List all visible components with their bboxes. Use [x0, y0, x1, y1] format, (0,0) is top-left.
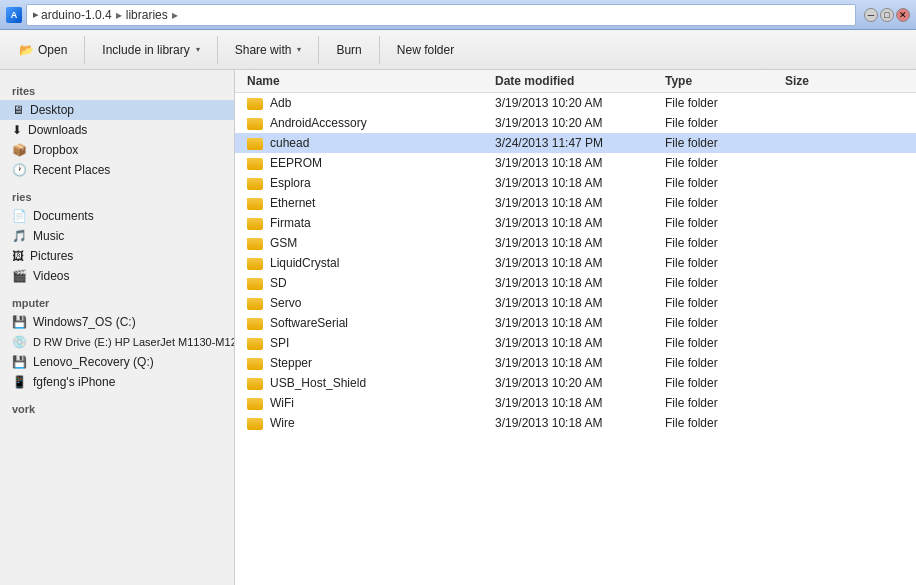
sidebar-item-dropbox[interactable]: 📦 Dropbox: [0, 140, 234, 160]
path-part-arduino[interactable]: arduino-1.0.4: [41, 8, 112, 22]
file-name-cell: SoftwareSerial: [235, 316, 495, 330]
downloads-icon: ⬇: [12, 123, 22, 137]
maximize-button[interactable]: □: [880, 8, 894, 22]
file-name-cell: Stepper: [235, 356, 495, 370]
file-type-cell: File folder: [665, 136, 785, 150]
include-arrow-icon: ▾: [196, 45, 200, 54]
file-name-cell: LiquidCrystal: [235, 256, 495, 270]
sidebar-item-label: Recent Places: [33, 163, 110, 177]
table-row[interactable]: EEPROM3/19/2013 10:18 AMFile folder: [235, 153, 916, 173]
sidebar-item-desktop[interactable]: 🖥 Desktop: [0, 100, 234, 120]
file-name-cell: AndroidAccessory: [235, 116, 495, 130]
file-type-cell: File folder: [665, 196, 785, 210]
sidebar-item-label: Windows7_OS (C:): [33, 315, 136, 329]
file-type-cell: File folder: [665, 356, 785, 370]
table-row[interactable]: GSM3/19/2013 10:18 AMFile folder: [235, 233, 916, 253]
folder-icon: [247, 196, 265, 210]
sidebar-item-recent[interactable]: 🕐 Recent Places: [0, 160, 234, 180]
file-date-cell: 3/19/2013 10:18 AM: [495, 176, 665, 190]
sidebar-item-lenovo[interactable]: 💾 Lenovo_Recovery (Q:): [0, 352, 234, 372]
close-button[interactable]: ✕: [896, 8, 910, 22]
sidebar-item-label: Dropbox: [33, 143, 78, 157]
sidebar-item-windows-os[interactable]: 💾 Windows7_OS (C:): [0, 312, 234, 332]
file-type-cell: File folder: [665, 216, 785, 230]
table-row[interactable]: Ethernet3/19/2013 10:18 AMFile folder: [235, 193, 916, 213]
table-row[interactable]: Esplora3/19/2013 10:18 AMFile folder: [235, 173, 916, 193]
folder-icon: [247, 356, 265, 370]
table-row[interactable]: Wire3/19/2013 10:18 AMFile folder: [235, 413, 916, 433]
new-folder-button[interactable]: New folder: [386, 38, 465, 62]
file-type-cell: File folder: [665, 176, 785, 190]
sidebar-item-pictures[interactable]: 🖼 Pictures: [0, 246, 234, 266]
file-date-cell: 3/19/2013 10:20 AM: [495, 116, 665, 130]
col-header-name[interactable]: Name: [235, 74, 495, 88]
sidebar-item-label: Desktop: [30, 103, 74, 117]
file-type-cell: File folder: [665, 336, 785, 350]
table-row[interactable]: AndroidAccessory3/19/2013 10:20 AMFile f…: [235, 113, 916, 133]
sidebar-item-network-header: vork: [0, 400, 234, 418]
music-icon: 🎵: [12, 229, 27, 243]
include-library-button[interactable]: Include in library ▾: [91, 38, 210, 62]
sidebar-item-downloads[interactable]: ⬇ Downloads: [0, 120, 234, 140]
address-bar[interactable]: ▸ arduino-1.0.4 ▸ libraries ▸: [26, 4, 856, 26]
folder-icon: [247, 276, 265, 290]
col-header-type[interactable]: Type: [665, 74, 785, 88]
file-name-cell: Servo: [235, 296, 495, 310]
file-type-cell: File folder: [665, 236, 785, 250]
minimize-button[interactable]: ─: [864, 8, 878, 22]
file-date-cell: 3/19/2013 10:18 AM: [495, 156, 665, 170]
path-sep-1: ▸: [116, 8, 122, 22]
share-label: Share with: [235, 43, 292, 57]
file-type-cell: File folder: [665, 256, 785, 270]
table-row[interactable]: SoftwareSerial3/19/2013 10:18 AMFile fol…: [235, 313, 916, 333]
folder-icon: [247, 116, 265, 130]
open-label: Open: [38, 43, 67, 57]
file-date-cell: 3/19/2013 10:18 AM: [495, 276, 665, 290]
table-row[interactable]: Stepper3/19/2013 10:18 AMFile folder: [235, 353, 916, 373]
table-row[interactable]: SPI3/19/2013 10:18 AMFile folder: [235, 333, 916, 353]
videos-icon: 🎬: [12, 269, 27, 283]
folder-icon: [247, 236, 265, 250]
table-row[interactable]: Servo3/19/2013 10:18 AMFile folder: [235, 293, 916, 313]
file-rows-container: Adb3/19/2013 10:20 AMFile folderAndroidA…: [235, 93, 916, 433]
sidebar-item-dvdrw[interactable]: 💿 D RW Drive (E:) HP LaserJet M1130-M121…: [0, 332, 234, 352]
toolbar: 📂 Open Include in library ▾ Share with ▾…: [0, 30, 916, 70]
path-part-libraries[interactable]: libraries: [126, 8, 168, 22]
table-row[interactable]: Firmata3/19/2013 10:18 AMFile folder: [235, 213, 916, 233]
sidebar-item-videos[interactable]: 🎬 Videos: [0, 266, 234, 286]
desktop-icon: 🖥: [12, 103, 24, 117]
col-header-date[interactable]: Date modified: [495, 74, 665, 88]
table-row[interactable]: WiFi3/19/2013 10:18 AMFile folder: [235, 393, 916, 413]
sidebar: rites 🖥 Desktop ⬇ Downloads 📦 Dropbox 🕐 …: [0, 70, 235, 585]
sidebar-item-iphone[interactable]: 📱 fgfeng's iPhone: [0, 372, 234, 392]
file-type-cell: File folder: [665, 96, 785, 110]
table-row[interactable]: USB_Host_Shield3/19/2013 10:20 AMFile fo…: [235, 373, 916, 393]
share-with-button[interactable]: Share with ▾: [224, 38, 313, 62]
table-row[interactable]: LiquidCrystal3/19/2013 10:18 AMFile fold…: [235, 253, 916, 273]
file-name-cell: Firmata: [235, 216, 495, 230]
open-button[interactable]: 📂 Open: [8, 38, 78, 62]
burn-button[interactable]: Burn: [325, 38, 372, 62]
burn-label: Burn: [336, 43, 361, 57]
sidebar-item-documents[interactable]: 📄 Documents: [0, 206, 234, 226]
file-type-cell: File folder: [665, 396, 785, 410]
table-row[interactable]: cuhead3/24/2013 11:47 PMFile folder: [235, 133, 916, 153]
file-type-cell: File folder: [665, 316, 785, 330]
sidebar-item-label: Documents: [33, 209, 94, 223]
file-type-cell: File folder: [665, 376, 785, 390]
sidebar-item-music[interactable]: 🎵 Music: [0, 226, 234, 246]
file-date-cell: 3/19/2013 10:18 AM: [495, 216, 665, 230]
iphone-icon: 📱: [12, 375, 27, 389]
folder-icon: [247, 296, 265, 310]
folder-icon: [247, 316, 265, 330]
file-date-cell: 3/19/2013 10:18 AM: [495, 396, 665, 410]
main-layout: rites 🖥 Desktop ⬇ Downloads 📦 Dropbox 🕐 …: [0, 70, 916, 585]
path-part-root: ▸: [33, 8, 39, 21]
table-row[interactable]: Adb3/19/2013 10:20 AMFile folder: [235, 93, 916, 113]
table-row[interactable]: SD3/19/2013 10:18 AMFile folder: [235, 273, 916, 293]
col-header-size[interactable]: Size: [785, 74, 865, 88]
app-icon: A: [6, 7, 22, 23]
file-type-cell: File folder: [665, 416, 785, 430]
file-date-cell: 3/19/2013 10:18 AM: [495, 236, 665, 250]
sidebar-item-label: D RW Drive (E:) HP LaserJet M1130-M1210 …: [33, 336, 234, 348]
